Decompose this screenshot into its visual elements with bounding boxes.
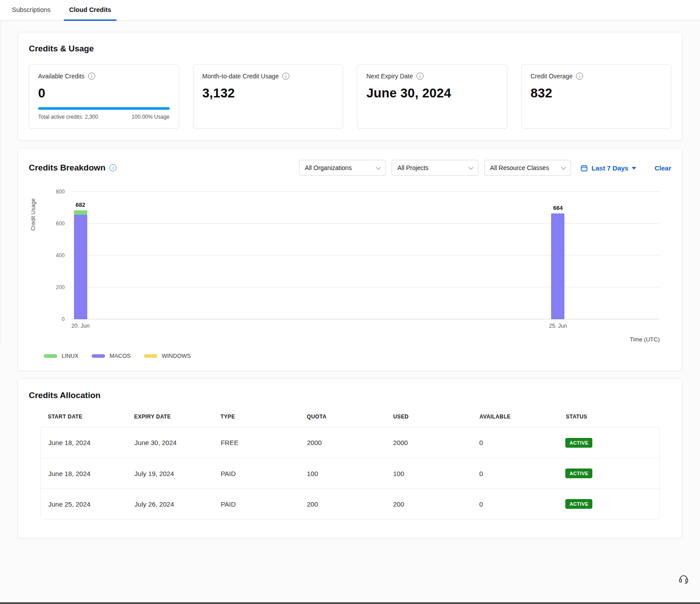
chart-gridline	[71, 223, 660, 224]
usage-percent-text: 100.00% Usage	[132, 114, 169, 120]
mtd-usage-stat: Month-to-date Credit Usage 3,132	[193, 64, 343, 128]
stat-grid: Available Credits 0 Total active credits…	[29, 64, 671, 128]
info-icon[interactable]	[109, 164, 117, 171]
chart-gridline	[71, 319, 660, 319]
info-icon[interactable]	[282, 73, 289, 80]
chart-xtick-label: 25. Jun	[549, 323, 567, 329]
legend-item-linux[interactable]: LINUX	[44, 352, 78, 359]
credits-progress-bar	[38, 107, 170, 110]
projects-filter-value: All Projects	[397, 164, 428, 171]
table-cell-type: PAID	[221, 500, 307, 508]
credits-allocation-card: Credits Allocation START DATEEXPIRY DATE…	[18, 379, 682, 538]
sidebar-edge-divider	[1, 21, 1, 343]
table-cell-used: 100	[393, 470, 479, 477]
date-range-value: Last 7 Days	[591, 164, 628, 172]
organizations-filter-select[interactable]: All Organizations	[299, 160, 386, 176]
table-column-header: TYPE	[221, 414, 307, 420]
legend-item-macos[interactable]: MACOS	[92, 352, 131, 359]
legend-swatch	[44, 354, 57, 358]
tab-cloud-credits[interactable]: Cloud Credits	[64, 0, 117, 21]
allocation-table: START DATEEXPIRY DATETYPEQUOTAUSEDAVAILA…	[40, 414, 660, 519]
info-icon[interactable]	[88, 73, 95, 80]
chart-bar[interactable]: 664	[551, 192, 564, 319]
table-cell-expiry: July 26, 2024	[135, 500, 221, 508]
table-cell-start: June 18, 2024	[48, 439, 135, 446]
table-row: June 18, 2024July 19, 2024PAID1001000ACT…	[41, 458, 659, 488]
calendar-icon	[580, 164, 588, 172]
credit-overage-value: 832	[531, 86, 662, 101]
table-cell-type: PAID	[221, 470, 307, 477]
next-expiry-stat: Next Expiry Date June 30, 2024	[357, 64, 507, 128]
tab-bar: Subscriptions Cloud Credits	[0, 0, 700, 21]
chart-bar-value-label: 682	[76, 201, 86, 208]
chart-bar-value-label: 664	[553, 205, 563, 211]
organizations-filter-value: All Organizations	[305, 164, 352, 171]
credits-breakdown-title: Credits Breakdown	[29, 163, 105, 173]
table-cell-available: 0	[479, 439, 566, 446]
credit-overage-label: Credit Overage	[531, 73, 573, 80]
resource-classes-filter-select[interactable]: All Resource Classes	[484, 160, 571, 176]
support-headset-icon	[678, 573, 689, 585]
credits-breakdown-card: Credits Breakdown All Organizations All …	[18, 148, 682, 371]
table-column-header: AVAILABLE	[479, 414, 566, 420]
chart-x-axis-label: Time (UTC)	[71, 336, 660, 343]
table-cell-used: 2000	[393, 439, 479, 446]
table-column-header: START DATE	[48, 414, 134, 420]
tab-subscriptions[interactable]: Subscriptions	[10, 0, 52, 21]
info-icon[interactable]	[576, 73, 583, 80]
chart-bar-segment-linux	[74, 210, 87, 215]
credits-usage-title: Credits & Usage	[29, 44, 671, 54]
credit-overage-stat: Credit Overage 832	[521, 64, 672, 128]
chart-bar[interactable]: 682	[74, 192, 87, 319]
chevron-down-icon	[468, 165, 473, 170]
table-cell-quota: 200	[307, 500, 393, 508]
next-expiry-value: June 30, 2024	[366, 86, 498, 101]
credit-usage-chart: Credit Usage 0200400600800682664 20. Jun…	[29, 192, 671, 359]
table-cell-status: ACTIVE	[565, 438, 652, 448]
legend-label: WINDOWS	[162, 352, 191, 359]
table-column-header: EXPIRY DATE	[134, 414, 221, 420]
chart-legend: LINUXMACOSWINDOWS	[44, 352, 660, 359]
chart-y-axis-label: Credit Usage	[30, 198, 36, 231]
table-cell-available: 0	[479, 500, 566, 508]
total-active-credits-text: Total active credits: 2,300	[38, 114, 98, 120]
table-cell-available: 0	[479, 470, 566, 477]
support-button[interactable]	[677, 572, 690, 585]
table-cell-status: ACTIVE	[565, 468, 652, 478]
resource-classes-filter-value: All Resource Classes	[490, 164, 549, 171]
credits-allocation-title: Credits Allocation	[29, 391, 671, 400]
status-badge: ACTIVE	[565, 438, 592, 448]
allocation-table-header: START DATEEXPIRY DATETYPEQUOTAUSEDAVAILA…	[40, 414, 660, 427]
status-badge: ACTIVE	[565, 499, 592, 509]
next-expiry-label: Next Expiry Date	[366, 73, 413, 80]
table-column-header: QUOTA	[307, 414, 393, 420]
chart-gridline	[71, 255, 660, 256]
table-cell-quota: 100	[307, 470, 393, 477]
legend-label: MACOS	[109, 352, 131, 359]
bottom-edge	[0, 602, 700, 604]
cloud-credits-page: Credits & Usage Available Credits 0 Tota…	[0, 21, 700, 538]
table-cell-quota: 2000	[307, 439, 393, 446]
projects-filter-select[interactable]: All Projects	[392, 160, 478, 176]
chart-xaxis: 20. Jun25. Jun	[71, 323, 660, 330]
chart-ytick-label: 600	[56, 221, 65, 227]
clear-filters-button[interactable]: Clear	[654, 164, 671, 172]
chart-bar-segment-macos	[551, 213, 564, 319]
chevron-down-icon	[376, 165, 381, 170]
status-badge: ACTIVE	[565, 468, 592, 478]
caret-down-icon	[632, 167, 636, 170]
info-icon[interactable]	[416, 73, 424, 80]
table-cell-expiry: June 30, 2024	[135, 439, 221, 446]
legend-item-windows[interactable]: WINDOWS	[144, 352, 191, 359]
credits-progress-fill	[38, 107, 170, 110]
chart-plot: Credit Usage 0200400600800682664	[71, 192, 660, 319]
table-cell-type: FREE	[221, 439, 307, 446]
table-cell-start: June 25, 2024	[48, 500, 135, 508]
credits-usage-card: Credits & Usage Available Credits 0 Tota…	[18, 32, 682, 140]
available-credits-stat: Available Credits 0 Total active credits…	[29, 64, 179, 128]
chart-ytick-label: 400	[56, 252, 65, 259]
date-range-filter[interactable]: Last 7 Days	[580, 164, 636, 172]
table-cell-expiry: July 19, 2024	[135, 470, 221, 477]
table-column-header: USED	[393, 414, 479, 420]
chevron-down-icon	[561, 165, 566, 170]
